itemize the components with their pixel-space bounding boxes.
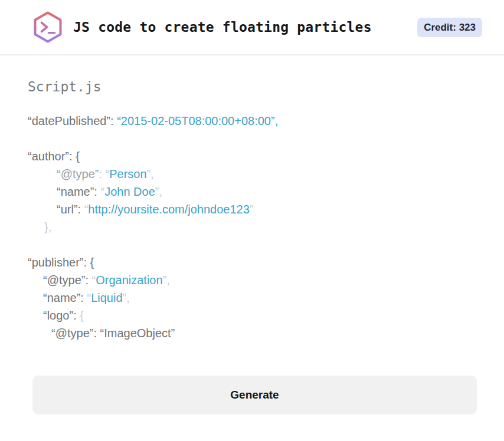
code-line	[28, 236, 477, 254]
code-segment-key: “name”:	[43, 291, 87, 304]
code-segment-punct: ”,	[155, 185, 162, 198]
app-header: JS code to create floating particles Cre…	[0, 0, 504, 55]
code-segment-value: “2015-02-05T08:00:00+08:00”,	[117, 114, 278, 127]
code-segment-punct: ”	[250, 203, 254, 216]
code-segment-punct: {	[80, 309, 84, 322]
generate-button[interactable]: Generate	[32, 376, 477, 414]
terminal-hexagon-logo-icon	[32, 11, 63, 44]
code-segment-key: “@type”: “ImageObject”	[51, 327, 175, 340]
main-content: Script.js “datePublished”: “2015-02-05T0…	[0, 79, 504, 414]
code-line: “datePublished”: “2015-02-05T08:00:00+08…	[28, 112, 477, 130]
code-segment-key: “publisher”: {	[28, 256, 94, 269]
code-segment-punct: ”,	[123, 291, 130, 304]
code-segment-punct: },	[44, 220, 51, 233]
code-segment-value: Person	[109, 167, 146, 180]
code-segment-value: http://yoursite.com/johndoe123	[88, 203, 250, 216]
code-segment-key: “logo”:	[43, 309, 80, 322]
code-segment-key: “@type”:	[43, 274, 92, 287]
code-segment-value: John Doe	[104, 185, 155, 198]
code-segment-punct: ”,	[163, 274, 170, 287]
code-line: “url”: “http://yoursite.com/johndoe123”	[28, 200, 477, 218]
code-line: “logo”: {	[28, 307, 477, 324]
code-line	[28, 130, 477, 147]
code-segment-key: “name”:	[57, 185, 100, 198]
code-segment-key: “datePublished”:	[28, 114, 117, 127]
code-line: “name”: “Liquid”,	[28, 289, 477, 307]
code-line: “@type”: “Organization”,	[28, 271, 477, 289]
code-segment-punct: :	[99, 167, 105, 180]
page-title: JS code to create floating particles	[73, 19, 372, 35]
code-line: “@type”: “Person”,	[28, 165, 477, 183]
code-segment-key: “url”:	[57, 203, 84, 216]
code-segment-value: Liquid	[91, 291, 122, 304]
code-line: },	[28, 218, 477, 236]
credit-badge: Credit: 323	[417, 18, 482, 37]
code-block: “datePublished”: “2015-02-05T08:00:00+08…	[28, 112, 477, 342]
code-segment-keyfaint: “@type”	[57, 167, 99, 180]
code-line: “@type”: “ImageObject”	[28, 324, 477, 342]
code-segment-punct: ”,	[147, 167, 154, 180]
code-segment-key: “author”: {	[28, 150, 80, 163]
code-line: “author”: {	[28, 147, 477, 165]
file-name-heading: Script.js	[28, 79, 477, 94]
code-segment-value: Organization	[96, 274, 162, 287]
code-line: “name”: “John Doe”,	[28, 183, 477, 200]
code-line: “publisher”: {	[28, 254, 477, 271]
